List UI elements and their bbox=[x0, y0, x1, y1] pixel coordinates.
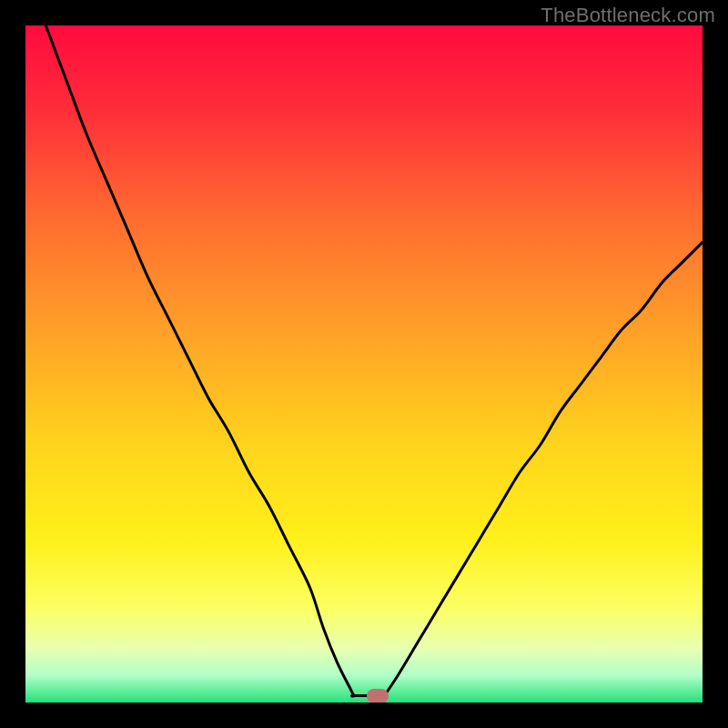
plot-area bbox=[25, 25, 703, 703]
chart-frame: TheBottleneck.com bbox=[0, 0, 728, 728]
optimal-point-marker bbox=[367, 689, 389, 703]
plot-svg bbox=[25, 25, 703, 703]
watermark-text: TheBottleneck.com bbox=[541, 4, 715, 27]
gradient-rect bbox=[25, 25, 703, 703]
